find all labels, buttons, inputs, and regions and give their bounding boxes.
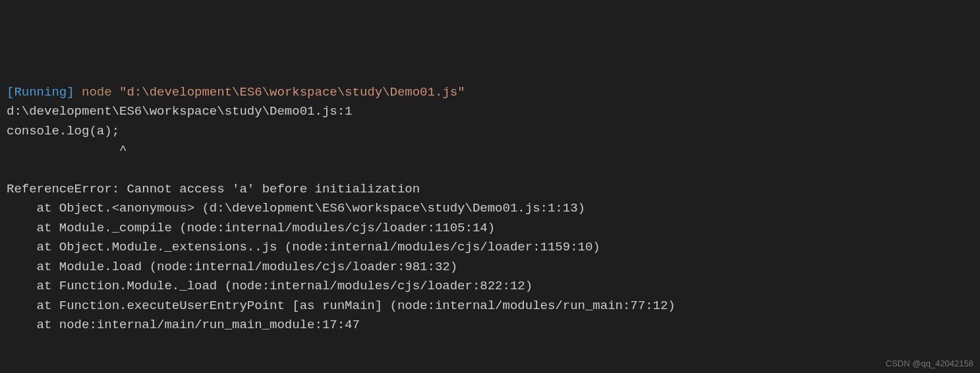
error-code-line: console.log(a); [7, 124, 119, 138]
node-command: node [82, 85, 112, 100]
stack-line: at Function.Module._load (node:internal/… [7, 279, 533, 293]
stack-line: at Object.Module._extensions..js (node:i… [7, 240, 600, 254]
terminal-output: [Running] node "d:\development\ES6\works… [7, 83, 973, 335]
stack-line: at node:internal/main/run_main_module:17… [7, 318, 360, 332]
stack-line: at Object.<anonymous> (d:\development\ES… [7, 201, 585, 215]
running-tag: [Running] [7, 85, 74, 100]
script-path: "d:\development\ES6\workspace\study\Demo… [119, 85, 465, 100]
error-file-line: d:\development\ES6\workspace\study\Demo0… [7, 104, 353, 119]
stack-line: at Function.executeUserEntryPoint [as ru… [7, 299, 676, 313]
watermark: CSDN @qq_42042158 [886, 357, 973, 370]
stack-line: at Module._compile (node:internal/module… [7, 221, 495, 235]
stack-line: at Module.load (node:internal/modules/cj… [7, 260, 457, 274]
error-caret: ^ [7, 143, 127, 158]
error-message: ReferenceError: Cannot access 'a' before… [7, 182, 420, 196]
